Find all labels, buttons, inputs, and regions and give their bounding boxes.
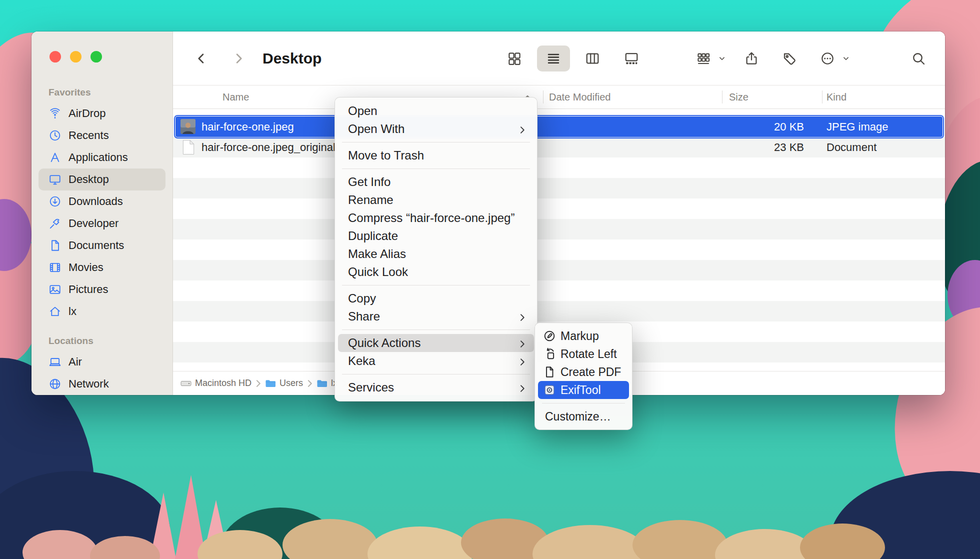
sidebar-item-downloads[interactable]: Downloads (38, 190, 166, 212)
sidebar-item-label: Developer (68, 217, 118, 230)
sidebar-heading-locations: Locations (48, 334, 166, 348)
sidebar-item-desktop[interactable]: Desktop (38, 168, 166, 190)
column-view-button[interactable] (576, 46, 609, 72)
photo-icon (48, 283, 62, 296)
file-name: hair-force-one.jpeg (202, 116, 294, 137)
minimize-button[interactable] (70, 51, 82, 62)
sidebar-item-airdrop[interactable]: AirDrop (38, 102, 166, 124)
back-button[interactable] (190, 47, 213, 70)
submenu-chevron-icon (517, 312, 527, 322)
sidebar-item-label: Network (68, 378, 109, 390)
sidebar-item-label: Downloads (68, 195, 123, 208)
menu-item-move-to-trash[interactable]: Move to Trash (338, 146, 534, 164)
submenu-item-markup[interactable]: Markup (538, 327, 629, 345)
column-divider[interactable] (722, 90, 722, 104)
sidebar-item-recents[interactable]: Recents (38, 124, 166, 146)
file-kind: Document (826, 137, 876, 158)
close-button[interactable] (50, 51, 61, 62)
document-file-icon (182, 140, 195, 155)
column-headers: Name Date Modified Size Kind (173, 85, 945, 109)
icon-view-button[interactable] (498, 46, 531, 72)
list-view-button[interactable] (537, 46, 570, 72)
menu-item-make-alias[interactable]: Make Alias (338, 245, 534, 263)
sidebar: Favorites AirDrop Recents Applications D… (32, 32, 173, 395)
sidebar-item-label: Pictures (68, 283, 108, 296)
screen: Favorites AirDrop Recents Applications D… (0, 0, 980, 559)
file-size: 20 KB (716, 116, 804, 137)
file-row-selected[interactable]: hair-force-one.jpeg 20 KB JPEG image (176, 116, 942, 137)
traffic-lights (50, 51, 102, 62)
menu-separator (342, 142, 530, 142)
submenu-chevron-icon (517, 338, 527, 348)
rotate-left-icon (543, 348, 556, 360)
submenu-item-rotate-left[interactable]: Rotate Left (538, 345, 629, 363)
menu-item-open[interactable]: Open (338, 102, 534, 120)
more-button[interactable] (815, 46, 840, 70)
menu-item-duplicate[interactable]: Duplicate (338, 227, 534, 245)
gallery-view-button[interactable] (615, 46, 648, 72)
sidebar-item-label: AirDrop (68, 107, 106, 120)
home-icon (48, 305, 62, 318)
submenu-item-create-pdf[interactable]: Create PDF (538, 363, 629, 381)
tags-button[interactable] (777, 46, 802, 70)
pathbar-item-users[interactable]: Users (264, 378, 303, 390)
submenu-chevron-icon (517, 382, 527, 392)
menu-item-get-info[interactable]: Get Info (338, 173, 534, 191)
downloads-icon (48, 195, 62, 208)
menu-item-services[interactable]: Services (338, 378, 534, 396)
menu-item-compress[interactable]: Compress “hair-force-one.jpeg” (338, 209, 534, 227)
submenu-item-exiftool[interactable]: ExifTool (538, 381, 629, 399)
sidebar-item-label: Applications (68, 151, 128, 164)
film-icon (48, 261, 62, 274)
column-header-name[interactable]: Name (222, 86, 249, 108)
submenu-item-customize[interactable]: Customize… (538, 408, 629, 426)
menu-item-share[interactable]: Share (338, 308, 534, 326)
column-header-size[interactable]: Size (729, 86, 748, 108)
sidebar-item-applications[interactable]: Applications (38, 146, 166, 168)
zoom-button[interactable] (90, 51, 102, 62)
column-divider[interactable] (822, 90, 822, 104)
menu-item-open-with[interactable]: Open With (338, 120, 534, 138)
sidebar-item-label: Recents (68, 129, 109, 142)
menu-item-quick-actions[interactable]: Quick Actions (338, 334, 534, 352)
create-pdf-icon (543, 366, 556, 378)
sidebar-item-developer[interactable]: Developer (38, 212, 166, 234)
share-button[interactable] (739, 46, 764, 70)
menu-item-keka[interactable]: Keka (338, 352, 534, 370)
sidebar-heading-favorites: Favorites (48, 86, 166, 100)
jpeg-thumbnail-icon (180, 119, 196, 134)
search-button[interactable] (906, 46, 931, 70)
applications-icon (48, 151, 62, 164)
sidebar-item-documents[interactable]: Documents (38, 234, 166, 256)
context-menu: Open Open With Move to Trash Get Info Re… (334, 97, 538, 402)
chevron-down-icon[interactable] (840, 46, 852, 70)
forward-button[interactable] (227, 47, 250, 70)
pathbar-item-macintosh-hd[interactable]: Macintosh HD (180, 378, 252, 390)
menu-separator (342, 168, 530, 169)
menu-item-quick-look[interactable]: Quick Look (338, 263, 534, 281)
menu-item-copy[interactable]: Copy (338, 290, 534, 308)
chevron-right-icon (304, 378, 314, 388)
window-title: Desktop (262, 50, 322, 67)
sidebar-item-label: Documents (68, 239, 124, 252)
column-divider[interactable] (543, 90, 544, 104)
column-header-kind[interactable]: Kind (826, 86, 846, 108)
sidebar-item-movies[interactable]: Movies (38, 256, 166, 278)
exiftool-icon (543, 384, 556, 396)
sidebar-item-pictures[interactable]: Pictures (38, 278, 166, 300)
group-button[interactable] (691, 46, 716, 70)
sidebar-item-label: Desktop (68, 173, 109, 186)
file-row[interactable]: hair-force-one.jpeg_original 23 KB Docum… (176, 137, 942, 158)
sidebar-item-lx-home[interactable]: lx (38, 300, 166, 322)
markup-icon (543, 330, 556, 342)
chevron-down-icon[interactable] (716, 46, 728, 70)
quick-actions-submenu: Markup Rotate Left Create PDF ExifTool C… (534, 322, 632, 430)
sidebar-item-label: Movies (68, 261, 104, 274)
sidebar-item-network[interactable]: Network (38, 373, 166, 395)
column-header-date-modified[interactable]: Date Modified (549, 86, 610, 108)
menu-separator (342, 374, 530, 374)
desktop-icon (48, 173, 62, 186)
menu-item-rename[interactable]: Rename (338, 191, 534, 209)
sidebar-item-air[interactable]: Air (38, 351, 166, 373)
menu-separator (342, 285, 530, 286)
